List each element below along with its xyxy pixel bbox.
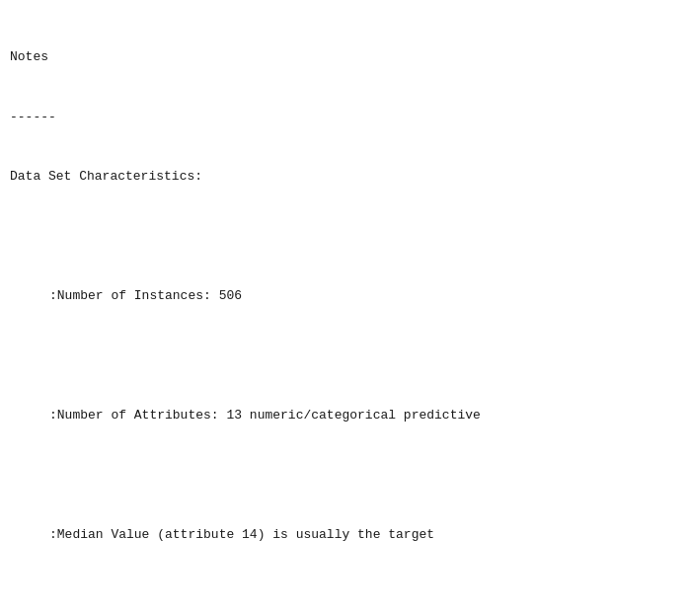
notes-title: Notes — [10, 47, 676, 67]
dataset-characteristics-title: Data Set Characteristics: — [10, 167, 676, 187]
instances-line: :Number of Instances: 506 — [10, 286, 676, 306]
attributes-line: :Number of Attributes: 13 numeric/catego… — [10, 406, 676, 425]
divider: ------ — [10, 108, 676, 127]
notes-content: Notes ------ Data Set Characteristics: :… — [10, 8, 676, 616]
median-line: :Median Value (attribute 14) is usually … — [10, 525, 676, 545]
